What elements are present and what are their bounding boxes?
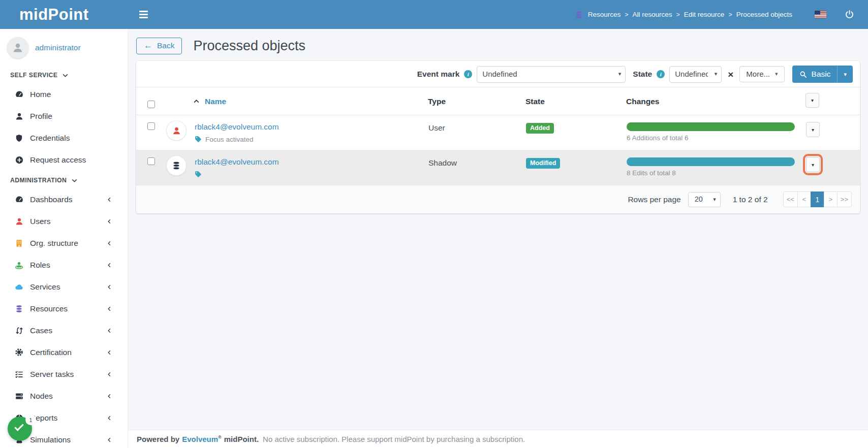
pager-prev-button[interactable]: < <box>797 191 811 207</box>
processed-objects-table: Name Type State Changes ▾ <box>136 87 860 185</box>
object-name-link[interactable]: rblack4@evolveum.com <box>195 157 279 167</box>
more-button[interactable]: More... ▾ <box>739 66 784 82</box>
changes-progress-bar <box>627 122 795 131</box>
sidebar-item-org-structure[interactable]: Org. structure <box>0 232 128 254</box>
breadcrumb-edit-resource[interactable]: Edit resource <box>684 11 725 18</box>
sidebar-item-label: Org. structure <box>30 239 107 248</box>
menu-toggle-button[interactable] <box>135 5 152 24</box>
sidebar-item-services[interactable]: Services <box>0 276 128 298</box>
column-header-name[interactable]: Name <box>205 97 226 106</box>
pagination-bar: Rows per page 20 1 to 2 of 2 << < 1 > >> <box>136 185 860 213</box>
search-dropdown-toggle[interactable]: ▾ <box>837 66 853 83</box>
plus-circle-icon <box>14 155 24 165</box>
back-button[interactable]: ← Back <box>136 38 182 54</box>
sidebar-item-roles[interactable]: Roles <box>0 254 128 276</box>
sidebar-item-profile[interactable]: Profile <box>0 105 128 127</box>
table-row: rblack4@evolveum.com Shadow Modified <box>136 150 860 185</box>
filter-bar: Event mark i Undefined State i Undefined… <box>136 61 860 87</box>
chevron-left-icon <box>107 197 112 203</box>
app-logo[interactable]: midPoint <box>19 6 89 23</box>
sidebar-item-dashboards[interactable]: Dashboards <box>0 188 128 210</box>
search-basic[interactable]: Basic <box>792 66 838 83</box>
sidebar-item-resources[interactable]: Resources <box>0 298 128 319</box>
sort-chevron-up-icon <box>193 98 200 105</box>
status-badge: Modified <box>526 158 560 169</box>
section-label: ADMINISTRATION <box>10 177 67 184</box>
sidebar-item-label: Users <box>30 217 107 226</box>
database-icon <box>172 161 181 170</box>
language-flag-us[interactable] <box>815 11 826 18</box>
caret-down-icon: ▾ <box>812 162 814 168</box>
user-panel: administrator <box>0 29 128 66</box>
sidebar-item-cases[interactable]: Cases <box>0 319 128 341</box>
sidebar-item-label: Simulations <box>30 435 107 444</box>
event-mark-label: Event mark <box>417 70 460 79</box>
subscription-note: No active subscription. Please support m… <box>263 435 525 443</box>
state-select[interactable]: Undefined <box>669 66 722 83</box>
database-icon <box>14 304 24 313</box>
shadow-avatar <box>167 156 186 175</box>
breadcrumb: Resources > All resources > Edit resourc… <box>575 11 792 19</box>
chevron-left-icon <box>107 371 112 377</box>
section-label: SELF SERVICE <box>10 72 57 79</box>
sidebar-item-label: Nodes <box>30 392 107 401</box>
role-icon <box>14 260 24 270</box>
sidebar-item-label: Request access <box>30 155 112 165</box>
clear-filter-icon[interactable]: × <box>728 70 733 79</box>
case-arrows-icon <box>14 326 24 335</box>
search-mode-button[interactable]: Basic ▾ <box>792 66 853 83</box>
breadcrumb-all-resources[interactable]: All resources <box>632 11 672 18</box>
success-notification[interactable]: 1 <box>8 417 32 441</box>
notification-count-badge: 1 <box>26 415 35 424</box>
rows-per-page-select[interactable]: 20 <box>688 192 721 207</box>
sidebar-item-credentials[interactable]: Credentials <box>0 127 128 149</box>
evolveum-link[interactable]: Evolveum® <box>182 435 222 443</box>
check-icon <box>14 422 23 431</box>
user-name-link[interactable]: administrator <box>35 43 81 52</box>
section-administration[interactable]: ADMINISTRATION <box>0 171 128 188</box>
pager-page-1-button[interactable]: 1 <box>811 191 824 207</box>
row-checkbox[interactable] <box>147 122 155 130</box>
tag-icon <box>195 171 202 178</box>
event-mark-select[interactable]: Undefined <box>477 66 626 83</box>
sidebar-item-certification[interactable]: Certification <box>0 341 128 363</box>
table-menu-button[interactable]: ▾ <box>805 93 819 108</box>
breadcrumb-separator: > <box>625 11 628 18</box>
sidebar-item-home[interactable]: Home <box>0 83 128 105</box>
info-icon[interactable]: i <box>657 70 665 78</box>
select-all-checkbox[interactable] <box>147 101 155 108</box>
flag-canton <box>815 11 820 15</box>
breadcrumb-processed-objects[interactable]: Processed objects <box>736 11 792 18</box>
status-badge: Added <box>526 123 554 134</box>
section-self-service[interactable]: SELF SERVICE <box>0 66 128 83</box>
pager: << < 1 > >> <box>783 191 852 207</box>
chevron-left-icon <box>107 415 112 421</box>
logout-power-icon[interactable] <box>845 10 854 19</box>
page-footer: Powered by Evolveum® midPoint. No active… <box>128 430 868 448</box>
dashboard-icon <box>14 195 24 204</box>
row-checkbox[interactable] <box>147 157 155 165</box>
sidebar-item-label: Credentials <box>30 134 112 143</box>
sidebar-item-label: Dashboards <box>30 195 107 204</box>
sidebar-item-server-tasks[interactable]: Server tasks <box>0 363 128 385</box>
sidebar-item-nodes[interactable]: Nodes <box>0 385 128 407</box>
breadcrumb-resources[interactable]: Resources <box>588 11 621 18</box>
logo-box: midPoint <box>0 6 128 24</box>
pager-next-button[interactable]: > <box>824 191 838 207</box>
object-name-link[interactable]: rblack4@evolveum.com <box>195 122 279 132</box>
pager-last-button[interactable]: >> <box>837 191 852 207</box>
back-arrow-icon: ← <box>144 41 152 51</box>
search-label: Basic <box>812 70 831 79</box>
info-icon[interactable]: i <box>464 70 472 78</box>
database-icon <box>575 11 583 19</box>
chevron-left-icon <box>107 306 112 312</box>
sidebar-item-label: Cases <box>30 326 107 335</box>
breadcrumb-separator: > <box>676 11 680 18</box>
gear-icon <box>14 347 24 357</box>
row-menu-button[interactable]: ▾ <box>806 122 820 137</box>
column-header-changes: Changes <box>626 87 799 115</box>
row-menu-button-highlighted[interactable]: ▾ <box>806 157 820 172</box>
pager-first-button[interactable]: << <box>783 191 798 207</box>
sidebar-item-request-access[interactable]: Request access <box>0 149 128 171</box>
sidebar-item-users[interactable]: Users <box>0 210 128 232</box>
